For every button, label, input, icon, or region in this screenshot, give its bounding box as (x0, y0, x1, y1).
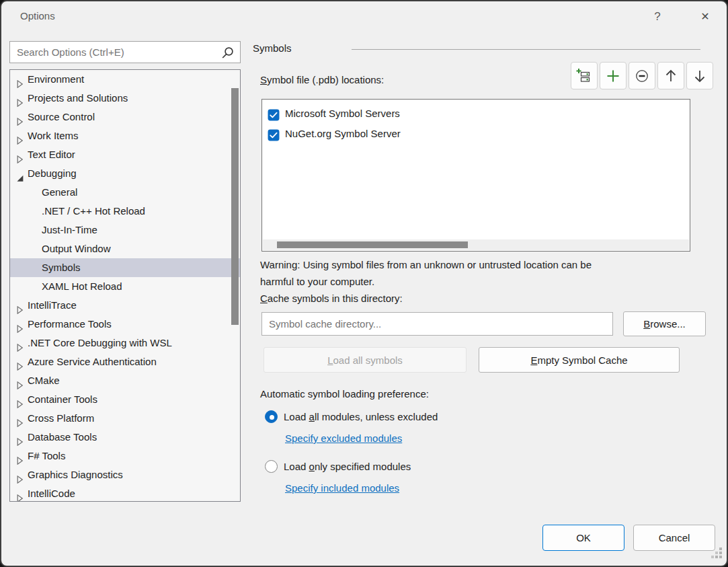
warning-text-line1: Warning: Using symbol files from an unkn… (260, 259, 592, 270)
scrollbar-thumb[interactable] (277, 241, 468, 248)
sidebar-item-label: Environment (28, 70, 84, 89)
resize-grip[interactable] (710, 546, 723, 562)
sidebar-item-intellicode[interactable]: IntelliCode (10, 484, 240, 502)
sidebar-item-performance-tools[interactable]: Performance Tools (10, 315, 240, 334)
tree-collapsed-icon[interactable] (16, 395, 24, 404)
specify-excluded-modules-link[interactable]: Specify excluded modules (285, 432, 402, 444)
sidebar-item-output-window[interactable]: Output Window (10, 239, 240, 258)
sidebar-item-net-core-debugging-with-wsl[interactable]: .NET Core Debugging with WSL (10, 334, 240, 352)
symbol-locations-toolbar (571, 62, 713, 89)
tree-collapsed-icon[interactable] (16, 113, 24, 121)
tree-collapsed-icon[interactable] (16, 94, 24, 102)
sidebar-item-general[interactable]: General (10, 183, 240, 202)
sidebar-item-xaml-hot-reload[interactable]: XAML Hot Reload (10, 277, 240, 296)
tree-vertical-scrollbar[interactable] (231, 88, 239, 325)
sidebar-item-net-c-hot-reload[interactable]: .NET / C++ Hot Reload (10, 202, 240, 221)
cache-directory-label: Cache symbols in this directory: (260, 293, 403, 304)
auto-loading-preference-label: Automatic symbol loading preference: (260, 388, 429, 400)
symbol-location-label: NuGet.org Symbol Server (285, 124, 401, 144)
tree-collapsed-icon[interactable] (16, 339, 24, 347)
symbol-locations-list[interactable]: Microsoft Symbol ServersNuGet.org Symbol… (261, 99, 690, 252)
sidebar-item-label: Database Tools (28, 428, 97, 447)
sidebar-item-label: Graphics Diagnostics (28, 465, 123, 484)
sidebar-item-intellitrace[interactable]: IntelliTrace (10, 296, 240, 315)
symbol-location-row[interactable]: Microsoft Symbol Servers (262, 104, 690, 124)
add-symbol-server-icon (576, 68, 592, 84)
remove-location-icon (634, 68, 650, 84)
radio-load-all-modules[interactable] (265, 410, 278, 423)
sidebar-item-azure-service-authentication[interactable]: Azure Service Authentication (10, 352, 240, 371)
tree-collapsed-icon[interactable] (16, 471, 24, 479)
sidebar-item-text-editor[interactable]: Text Editor (10, 145, 240, 164)
sidebar-item-cmake[interactable]: CMake (10, 371, 240, 390)
sidebar-item-graphics-diagnostics[interactable]: Graphics Diagnostics (10, 465, 240, 484)
cancel-button[interactable]: Cancel (633, 525, 715, 551)
sidebar-item-cross-platform[interactable]: Cross Platform (10, 409, 240, 428)
tree-collapsed-icon[interactable] (16, 301, 24, 309)
sidebar-item-label: Debugging (28, 164, 77, 183)
cache-directory-input[interactable] (261, 312, 613, 336)
add-location-button[interactable] (600, 62, 626, 89)
sidebar-item-source-control[interactable]: Source Control (10, 108, 240, 126)
tree-collapsed-icon[interactable] (16, 490, 24, 498)
move-up-button[interactable] (657, 62, 684, 89)
radio-load-all-modules-label[interactable]: Load all modules, unless excluded (284, 411, 438, 422)
symbol-location-label: Microsoft Symbol Servers (285, 104, 400, 124)
radio-load-only-specified[interactable] (265, 460, 278, 473)
sidebar-item-just-in-time[interactable]: Just-In-Time (10, 221, 240, 239)
search-icon[interactable] (220, 46, 235, 63)
sidebar-item-label: XAML Hot Reload (42, 277, 122, 296)
label-accel: C (260, 293, 268, 304)
sidebar-item-label: IntelliTrace (28, 296, 77, 315)
search-input[interactable] (10, 42, 240, 63)
search-box (9, 41, 241, 63)
remove-location-button[interactable] (629, 62, 655, 89)
window-title: Options (20, 10, 55, 22)
sidebar-item-symbols[interactable]: Symbols (10, 258, 240, 277)
tree-collapsed-icon[interactable] (16, 433, 24, 441)
checkbox-checked-icon[interactable] (268, 128, 280, 148)
sidebar-item-label: Symbols (42, 258, 81, 277)
tree-collapsed-icon[interactable] (16, 320, 24, 328)
move-up-icon (663, 68, 679, 84)
sidebar-item-projects-and-solutions[interactable]: Projects and Solutions (10, 89, 240, 108)
warning-text-line2: harmful to your computer. (260, 276, 374, 287)
tree-collapsed-icon[interactable] (16, 414, 24, 422)
sidebar-item-label: IntelliCode (28, 484, 75, 502)
tree-expanded-icon[interactable] (16, 169, 24, 178)
title-bar[interactable]: Options ? ✕ (1, 1, 727, 32)
help-button[interactable]: ? (647, 7, 668, 27)
ok-button[interactable]: OK (542, 525, 624, 551)
tree-collapsed-icon[interactable] (16, 151, 24, 159)
list-horizontal-scrollbar[interactable] (263, 239, 689, 250)
sidebar-item-debugging[interactable]: Debugging (10, 164, 240, 183)
sidebar-item-database-tools[interactable]: Database Tools (10, 428, 240, 447)
sidebar-item-label: Work Items (28, 126, 79, 145)
sidebar-item-label: Text Editor (28, 145, 75, 164)
radio-load-only-specified-label[interactable]: Load only specified modules (284, 461, 411, 472)
label-post: ache symbols in this directory: (268, 293, 403, 304)
specify-included-modules-link[interactable]: Specify included modules (285, 482, 399, 494)
tree-collapsed-icon[interactable] (16, 75, 24, 83)
empty-symbol-cache-button[interactable]: Empty Symbol Cache (479, 347, 680, 373)
sidebar-item-label: .NET / C++ Hot Reload (42, 202, 145, 221)
tree-collapsed-icon[interactable] (16, 377, 24, 385)
browse-button[interactable]: Browse... (623, 311, 706, 336)
symbol-locations-label: Symbol file (.pdb) locations: (260, 74, 384, 85)
move-down-button[interactable] (686, 62, 713, 89)
sidebar-item-work-items[interactable]: Work Items (10, 126, 240, 145)
tree-collapsed-icon[interactable] (16, 358, 24, 366)
sidebar-item-label: Just-In-Time (42, 221, 97, 239)
tree-collapsed-icon[interactable] (16, 132, 24, 140)
tree-collapsed-icon[interactable] (16, 452, 24, 460)
sidebar-item-environment[interactable]: Environment (10, 70, 240, 89)
symbol-location-row[interactable]: NuGet.org Symbol Server (262, 124, 690, 144)
page-title: Symbols (253, 42, 292, 54)
sidebar-item-container-tools[interactable]: Container Tools (10, 390, 240, 409)
add-symbol-server-button[interactable] (571, 62, 598, 89)
load-all-symbols-button[interactable]: Load all symbols (264, 347, 467, 373)
sidebar-item-f-tools[interactable]: F# Tools (10, 447, 240, 465)
sidebar-item-label: Container Tools (28, 390, 97, 409)
close-button[interactable]: ✕ (694, 7, 717, 27)
sidebar-item-label: Performance Tools (28, 315, 112, 334)
